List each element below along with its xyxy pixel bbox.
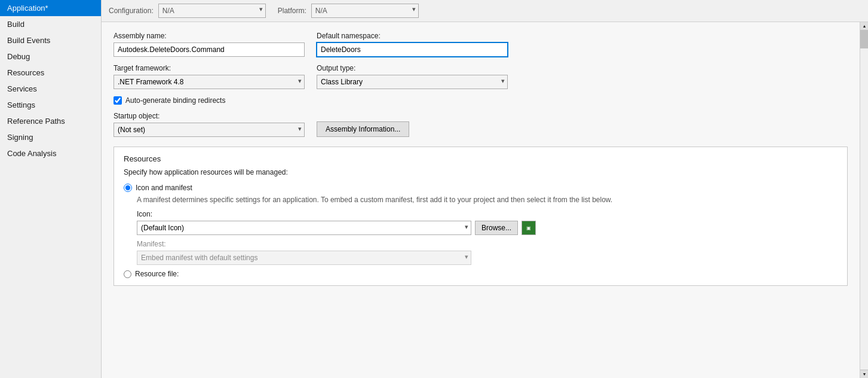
main-panel: Configuration: N/A Platform: N/A Assembl… [102,0,868,378]
vertical-scrollbar: ▲ ▼ [860,22,868,378]
icon-row: (Default Icon) Browse... ▣ [137,221,838,235]
platform-label: Platform: [278,7,306,15]
icon-manifest-radio-option: Icon and manifest [124,184,838,192]
resources-section: Resources Specify how application resour… [114,147,848,286]
target-framework-label: Target framework: [114,64,305,72]
manifest-label: Manifest: [137,240,838,248]
startup-object-select[interactable]: (Not set) [114,123,305,137]
manifest-select[interactable]: Embed manifest with default settings [137,251,471,265]
sidebar-item-application[interactable]: Application* [0,0,101,16]
icon-manifest-radio[interactable] [124,184,132,192]
icon-select-wrapper: (Default Icon) [137,221,471,235]
auto-generate-row: Auto-generate binding redirects [114,96,848,105]
sidebar: Application* Build Build Events Debug Re… [0,0,102,378]
browse-button[interactable]: Browse... [475,221,518,235]
target-framework-select-wrapper: .NET Framework 4.8 [114,75,305,89]
startup-object-label: Startup object: [114,112,305,120]
platform-select[interactable]: N/A [311,4,419,18]
sidebar-item-signing[interactable]: Signing [0,129,101,145]
configuration-select[interactable]: N/A [158,4,266,18]
default-namespace-input[interactable] [317,42,508,57]
default-namespace-label: Default namespace: [317,32,508,40]
scroll-arrow-down[interactable]: ▼ [860,370,868,378]
icon-label: Icon: [137,210,838,218]
auto-generate-label: Auto-generate binding redirects [125,96,225,105]
top-bar: Configuration: N/A Platform: N/A [102,0,868,22]
scroll-thumb[interactable] [860,31,868,48]
sidebar-item-settings[interactable]: Settings [0,97,101,113]
content-area: Assembly name: Default namespace: Target… [102,22,860,378]
startup-object-select-wrapper: (Not set) [114,123,305,137]
assembly-name-label: Assembly name: [114,32,305,40]
sidebar-item-build[interactable]: Build [0,16,101,32]
configuration-select-wrapper: N/A [158,4,266,18]
sidebar-item-resources[interactable]: Resources [0,65,101,81]
framework-output-row: Target framework: .NET Framework 4.8 Out… [114,64,848,89]
assembly-namespace-row: Assembly name: Default namespace: [114,32,848,57]
output-type-group: Output type: Class Library [317,64,508,89]
scroll-arrow-up[interactable]: ▲ [860,22,868,31]
startup-object-group: Startup object: (Not set) [114,112,305,137]
resources-title: Resources [124,154,838,163]
sidebar-item-debug[interactable]: Debug [0,48,101,65]
auto-generate-checkbox[interactable] [114,96,122,105]
sidebar-item-build-events[interactable]: Build Events [0,32,101,48]
output-type-select[interactable]: Class Library [317,75,508,89]
assembly-name-input[interactable] [114,42,305,57]
sidebar-item-services[interactable]: Services [0,81,101,97]
icon-manifest-desc: A manifest determines specific settings … [137,196,838,204]
resource-file-radio[interactable] [124,270,131,278]
assembly-info-button[interactable]: Assembly Information... [317,121,409,137]
icon-manifest-label: Icon and manifest [136,184,192,192]
sidebar-item-code-analysis[interactable]: Code Analysis [0,145,101,161]
icon-preview: ▣ [522,221,536,235]
startup-row: Startup object: (Not set) Assembly Infor… [114,112,848,137]
output-type-select-wrapper: Class Library [317,75,508,89]
target-framework-group: Target framework: .NET Framework 4.8 [114,64,305,89]
platform-select-wrapper: N/A [311,4,419,18]
assembly-name-group: Assembly name: [114,32,305,57]
resources-desc: Specify how application resources will b… [124,168,838,176]
target-framework-select[interactable]: .NET Framework 4.8 [114,75,305,89]
resource-file-row: Resource file: [124,270,838,278]
configuration-label: Configuration: [109,7,154,15]
resource-file-label: Resource file: [135,270,179,278]
icon-select[interactable]: (Default Icon) [137,221,471,235]
output-type-label: Output type: [317,64,508,72]
manifest-select-wrapper: Embed manifest with default settings [137,251,471,265]
default-namespace-group: Default namespace: [317,32,508,57]
sidebar-item-reference-paths[interactable]: Reference Paths [0,113,101,129]
